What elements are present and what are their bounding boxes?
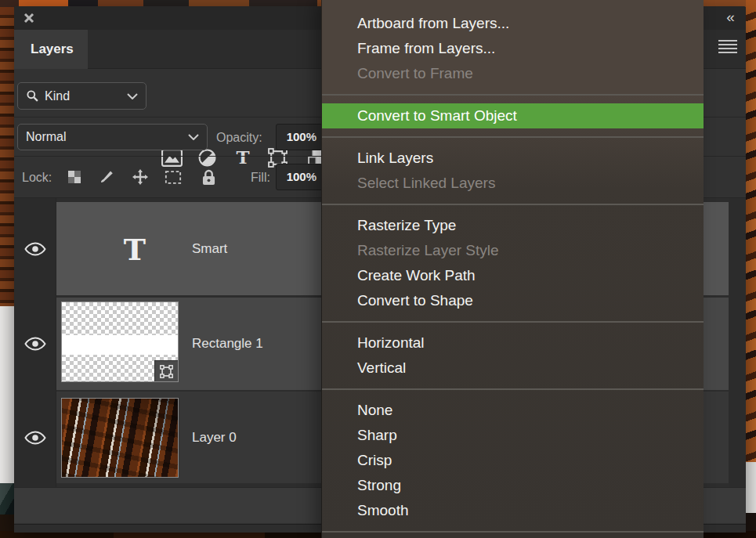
opacity-label: Opacity: [216,131,262,145]
menu-item-strong[interactable]: Strong [322,473,704,498]
lock-label: Lock: [22,171,52,185]
desktop-background-left-teal [0,483,14,515]
menu-item-crisp[interactable]: Crisp [322,448,704,473]
menu-item-convert-to-frame: Convert to Frame [322,61,704,86]
menu-item-convert-to-shape[interactable]: Convert to Shape [322,288,704,313]
menu-item-frame-from-layers[interactable]: Frame from Layers... [322,36,704,61]
fill-label: Fill: [251,171,270,185]
opacity-value-field[interactable]: 100% [276,124,323,150]
menu-item-rasterize-type[interactable]: Rasterize Type [322,213,704,238]
menu-divider [322,531,704,533]
menu-item-smooth[interactable]: Smooth [322,498,704,523]
lock-transparency-icon[interactable] [66,168,83,186]
collapse-panel-icon[interactable]: « [716,7,743,27]
tab-layers[interactable]: Layers [14,30,88,69]
close-icon[interactable] [23,12,35,24]
layer-name[interactable]: Rectangle 1 [192,336,263,352]
menu-item-horizontal[interactable]: Horizontal [322,330,704,356]
type-layer-icon: T [111,231,158,266]
lock-position-move-icon[interactable] [132,168,149,186]
menu-item-rasterize-layer-style: Rasterize Layer Style [322,238,704,263]
thumbnail-white-stripe [62,335,178,354]
blend-mode-dropdown[interactable]: Normal [17,124,208,150]
chevron-down-icon [127,93,138,99]
lock-artboard-icon[interactable] [165,168,182,186]
visibility-eye-icon[interactable] [24,431,46,445]
layer-name[interactable]: Layer 0 [192,430,237,446]
layer-name[interactable]: Smart [192,241,227,257]
layer-list-right-gutter [729,198,746,487]
layer-thumbnail[interactable] [61,398,179,478]
menu-item-link-layers[interactable]: Link Layers [322,146,704,171]
menu-divider [322,204,704,205]
search-icon [26,89,39,103]
menu-item-select-linked-layers: Select Linked Layers [322,171,704,196]
menu-item-artboard-from-layers[interactable]: Artboard from Layers... [322,11,704,36]
lock-pixels-brush-icon[interactable] [98,168,115,186]
menu-item-create-work-path[interactable]: Create Work Path [322,263,704,288]
menu-item-sharp[interactable]: Sharp [322,423,704,448]
desktop-background-left-white [0,306,14,483]
menu-item-none[interactable]: None [322,398,704,423]
menu-item-vertical[interactable]: Vertical [322,356,704,381]
menu-item-convert-to-smart-object[interactable]: Convert to Smart Object [322,103,704,128]
photoshop-workspace: « Layers Kind [0,0,756,538]
menu-divider [322,388,704,390]
desktop-background-right [746,0,756,462]
desktop-background-right-white [746,462,756,513]
layer-thumbnail[interactable] [61,301,179,382]
filter-kind-label: Kind [45,89,121,103]
blend-mode-value: Normal [26,130,188,144]
visibility-eye-icon[interactable] [24,242,46,256]
fill-value-field[interactable]: 100% [276,164,323,190]
desktop-background-left [0,7,14,306]
menu-divider [322,321,704,323]
shape-layer-badge-icon [154,360,178,381]
layer-context-menu: Artboard from Layers... Frame from Layer… [321,0,704,538]
filter-kind-dropdown[interactable]: Kind [17,82,146,110]
lock-all-padlock-icon[interactable] [200,168,217,186]
panel-menu-icon[interactable] [718,40,737,53]
menu-divider [322,94,704,96]
visibility-eye-icon[interactable] [24,337,46,351]
menu-divider [322,136,704,138]
chevron-down-icon [188,134,199,140]
